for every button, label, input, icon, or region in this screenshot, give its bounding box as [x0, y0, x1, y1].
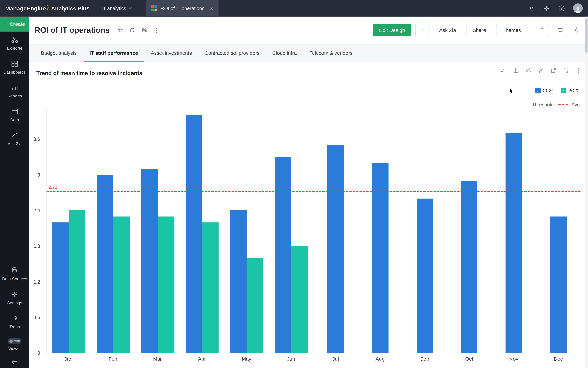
refresh-icon[interactable]	[129, 27, 135, 33]
create-label: Create	[10, 21, 25, 27]
edit-chart-icon[interactable]	[538, 67, 544, 73]
open-in-new-icon[interactable]	[551, 67, 557, 73]
legend-item-2022[interactable]: ✓ 2022	[561, 88, 580, 93]
topbar-right	[528, 3, 588, 13]
checkbox-2021[interactable]: ✓	[535, 88, 541, 93]
dashboard-settings-button[interactable]	[571, 24, 582, 37]
save-icon[interactable]	[141, 27, 147, 33]
y-axis-labels: 00.61.21.82.433.6	[29, 109, 44, 353]
x-tick-label: Mar	[135, 356, 180, 362]
close-tab-icon[interactable]: ×	[210, 5, 213, 11]
vertical-scrollbar[interactable]	[585, 17, 588, 368]
add-button[interactable]: +	[415, 24, 429, 37]
themes-button[interactable]: Themes	[496, 24, 527, 37]
sidebar-item-data[interactable]: Data	[0, 103, 29, 127]
checkbox-2022[interactable]: ✓	[561, 88, 566, 93]
favorite-star-icon[interactable]: ☆	[117, 26, 123, 34]
topbar: ManageEngine Analytics Plus IT analytics…	[0, 0, 588, 17]
ask-zia-button[interactable]: Ask Zia	[433, 24, 462, 37]
sidebar-item-explorer[interactable]: Explorer	[0, 32, 29, 55]
settings-gear-icon[interactable]	[543, 5, 550, 12]
chart-panel: Trend of mean time to resolve incidents	[29, 62, 588, 368]
workspace-label: IT analytics	[101, 5, 126, 11]
bar-2022-apr[interactable]	[202, 222, 219, 353]
trash-icon	[11, 314, 18, 322]
viewer-off-toggle[interactable]: OFF	[8, 339, 21, 344]
sidebar-item-label: Data Sources	[2, 276, 27, 282]
bar-2022-mar[interactable]	[158, 216, 174, 353]
bar-2022-feb[interactable]	[113, 216, 130, 353]
month-group-aug	[358, 109, 403, 353]
sidebar-item-label: Settings	[7, 300, 22, 306]
bar-2021-jun[interactable]	[275, 157, 291, 353]
bar-2022-may[interactable]	[247, 258, 263, 353]
collapse-arrow-icon	[11, 359, 18, 364]
doc-tab-label: ROI of IT operations	[161, 5, 205, 11]
help-icon[interactable]	[558, 5, 565, 12]
tab-telecom-vendors[interactable]: Telecom & vendors	[303, 44, 359, 62]
bar-2021-apr[interactable]	[186, 115, 202, 353]
x-tick-label: Aug	[358, 356, 402, 362]
bar-2022-jun[interactable]	[291, 246, 308, 353]
plot-area: 2.71	[46, 109, 581, 353]
bar-2021-mar[interactable]	[141, 169, 158, 353]
export-button[interactable]	[535, 24, 549, 37]
bar-2021-jul[interactable]	[327, 145, 344, 353]
bar-2022-jan[interactable]	[69, 211, 85, 353]
create-button[interactable]: + Create	[0, 17, 29, 32]
share-button[interactable]: Share	[466, 24, 492, 37]
notifications-bell-icon[interactable]	[528, 5, 535, 12]
sidebar-item-reports[interactable]: Reports	[0, 79, 29, 103]
main-content: ROI of IT operations ☆ ⋮ Edit Design + A…	[29, 17, 588, 368]
doc-tab-roi-of-it-operations[interactable]: ROI of IT operations ×	[146, 0, 219, 17]
resize-icon[interactable]	[563, 67, 569, 73]
legend-item-2021[interactable]: ✓ 2021	[535, 88, 554, 93]
workspace-switcher[interactable]: IT analytics	[101, 5, 133, 11]
bar-2021-nov[interactable]	[506, 133, 522, 353]
reports-icon	[11, 84, 18, 91]
dashboard-tabs: Budget analysis IT staff performance Ass…	[29, 44, 588, 63]
comments-button[interactable]	[553, 24, 567, 37]
sidebar-item-label: Trash	[9, 324, 20, 330]
user-avatar[interactable]	[573, 3, 583, 13]
month-group-oct	[447, 109, 492, 353]
title-more-icon[interactable]: ⋮	[154, 26, 160, 34]
sidebar-item-settings[interactable]: Settings	[0, 286, 29, 310]
app-window: ManageEngine Analytics Plus IT analytics…	[0, 0, 588, 368]
bar-2021-oct[interactable]	[461, 181, 478, 353]
tab-budget-analysis[interactable]: Budget analysis	[35, 44, 83, 62]
brand-swoosh-icon	[46, 5, 50, 10]
chart-type-icon[interactable]	[513, 67, 519, 74]
bar-2021-sep[interactable]	[416, 199, 433, 353]
sidebar-item-data-sources[interactable]: Data Sources	[0, 262, 29, 286]
bar-2021-jan[interactable]	[52, 222, 69, 353]
header-actions: Edit Design + Ask Zia Share Themes	[373, 24, 582, 37]
month-group-feb	[91, 109, 136, 353]
month-group-nov	[492, 109, 536, 353]
x-tick-label: Feb	[91, 356, 135, 362]
edit-design-button[interactable]: Edit Design	[373, 24, 411, 37]
sidebar-collapse-button[interactable]	[0, 356, 29, 368]
tab-asset-investments[interactable]: Asset investments	[145, 44, 198, 62]
page-title: ROI of IT operations	[35, 26, 110, 34]
toggle-knob	[9, 340, 13, 343]
bar-2021-dec[interactable]	[550, 216, 567, 353]
zia-insights-icon[interactable]	[525, 67, 532, 74]
sidebar-item-ask-zia[interactable]: Ask Zia	[0, 127, 29, 151]
sidebar-item-trash[interactable]: Trash	[0, 310, 29, 334]
scrollbar-thumb[interactable]	[585, 18, 588, 53]
tab-it-staff-performance[interactable]: IT staff performance	[83, 44, 144, 62]
chart-title: Trend of mean time to resolve incidents	[36, 70, 143, 76]
brand-manageengine: ManageEngine	[5, 5, 46, 11]
tab-cloud-infra[interactable]: Cloud infra	[266, 44, 303, 62]
bar-2021-feb[interactable]	[97, 175, 113, 353]
swap-axes-icon[interactable]	[500, 67, 506, 74]
bar-2021-may[interactable]	[230, 211, 247, 353]
explorer-icon	[11, 36, 18, 44]
sidebar-item-dashboards[interactable]: Dashboards	[0, 55, 29, 79]
tab-contracted-sol-providers[interactable]: Contracted sol providers	[198, 44, 266, 62]
dashboards-icon	[11, 60, 18, 67]
sidebar-item-label: Explorer	[7, 46, 22, 51]
month-group-jul	[314, 109, 358, 353]
more-options-icon[interactable]: ⋮	[575, 67, 581, 73]
